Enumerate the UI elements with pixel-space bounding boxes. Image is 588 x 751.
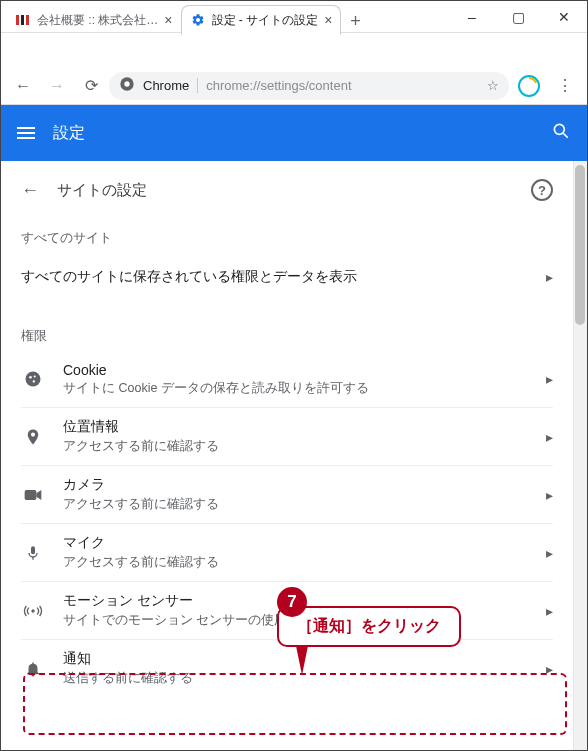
svg-point-11: [33, 380, 35, 382]
permission-row-microphone[interactable]: マイク アクセスする前に確認する ▸: [21, 523, 553, 581]
settings-title: 設定: [53, 123, 85, 144]
new-tab-button[interactable]: +: [341, 7, 369, 35]
annotation-callout-text: ［通知］をクリック: [297, 617, 441, 634]
window-close-button[interactable]: ✕: [541, 1, 587, 33]
annotation-step-number: 7: [277, 587, 307, 617]
svg-line-7: [564, 134, 568, 138]
svg-point-6: [554, 124, 564, 134]
chevron-right-icon: ▸: [546, 429, 553, 445]
svg-rect-0: [16, 15, 19, 25]
nav-reload-button[interactable]: ⟳: [75, 70, 107, 102]
annotation-pointer-icon: [287, 641, 317, 681]
permission-title: マイク: [63, 534, 528, 552]
tab-strip: 会社概要 :: 株式会社… × 設定 - サイトの設定 × +: [1, 1, 369, 35]
extension-icon[interactable]: [515, 72, 543, 100]
chevron-right-icon: ▸: [546, 269, 553, 285]
permission-subtitle: アクセスする前に確認する: [63, 496, 528, 513]
url-scheme: Chrome: [143, 78, 189, 93]
nav-back-button[interactable]: ←: [7, 70, 39, 102]
location-icon: [21, 427, 45, 447]
tab-company-overview[interactable]: 会社概要 :: 株式会社… ×: [7, 5, 181, 35]
window-minimize-button[interactable]: –: [449, 1, 495, 33]
permission-subtitle: アクセスする前に確認する: [63, 554, 528, 571]
browser-menu-button[interactable]: ⋮: [549, 70, 581, 102]
url-path: chrome://settings/content: [197, 78, 351, 93]
chevron-right-icon: ▸: [546, 545, 553, 561]
bookmark-star-icon[interactable]: ☆: [487, 78, 499, 93]
permission-title: 位置情報: [63, 418, 528, 436]
chevron-right-icon: ▸: [546, 661, 553, 677]
nav-forward-button[interactable]: →: [41, 70, 73, 102]
bell-icon: [21, 659, 45, 679]
site-info-icon[interactable]: [119, 76, 135, 95]
chevron-right-icon: ▸: [546, 371, 553, 387]
tab-close-icon[interactable]: ×: [164, 12, 172, 28]
permission-title: カメラ: [63, 476, 528, 494]
svg-point-8: [26, 372, 41, 387]
permission-row-cookie[interactable]: Cookie サイトに Cookie データの保存と読み取りを許可する ▸: [21, 351, 553, 407]
page-back-button[interactable]: ←: [21, 180, 39, 201]
permissions-section-label: 権限: [21, 301, 553, 351]
microphone-icon: [21, 543, 45, 563]
permission-row-camera[interactable]: カメラ アクセスする前に確認する ▸: [21, 465, 553, 523]
search-icon[interactable]: [551, 121, 571, 145]
motion-sensor-icon: [21, 601, 45, 621]
page-title: サイトの設定: [57, 181, 147, 200]
tab-close-icon[interactable]: ×: [324, 12, 332, 28]
permission-subtitle: アクセスする前に確認する: [63, 438, 528, 455]
permission-subtitle: サイトに Cookie データの保存と読み取りを許可する: [63, 380, 528, 397]
menu-icon[interactable]: [17, 127, 35, 139]
scrollbar-track[interactable]: [573, 161, 587, 751]
browser-toolbar: ← → ⟳ Chrome chrome://settings/content ☆…: [1, 67, 587, 105]
tab-title: 設定 - サイトの設定: [212, 12, 319, 29]
chevron-right-icon: ▸: [546, 487, 553, 503]
cookie-icon: [21, 369, 45, 389]
svg-point-9: [29, 376, 32, 379]
permission-title: Cookie: [63, 362, 528, 378]
all-sites-row[interactable]: すべてのサイトに保存されている権限とデータを表示 ▸: [21, 253, 553, 301]
all-sites-row-title: すべてのサイトに保存されている権限とデータを表示: [21, 268, 528, 286]
settings-header: 設定: [1, 105, 587, 161]
svg-point-10: [34, 375, 36, 377]
svg-rect-2: [26, 15, 29, 25]
svg-rect-13: [31, 546, 35, 554]
address-bar[interactable]: Chrome chrome://settings/content ☆: [109, 72, 509, 100]
camera-icon: [21, 488, 45, 502]
permission-row-location[interactable]: 位置情報 アクセスする前に確認する ▸: [21, 407, 553, 465]
tab-title: 会社概要 :: 株式会社…: [37, 12, 158, 29]
annotation-callout: ［通知］をクリック: [277, 606, 461, 647]
svg-rect-12: [25, 490, 37, 500]
window-maximize-button[interactable]: ▢: [495, 1, 541, 33]
tab-favicon-icon: [15, 12, 31, 28]
help-icon[interactable]: ?: [531, 179, 553, 201]
svg-rect-1: [21, 15, 24, 25]
scrollbar-thumb[interactable]: [575, 165, 585, 325]
all-sites-section-label: すべてのサイト: [21, 215, 553, 253]
chevron-right-icon: ▸: [546, 603, 553, 619]
svg-point-15: [31, 609, 34, 612]
settings-gear-icon: [190, 12, 206, 28]
tab-settings[interactable]: 設定 - サイトの設定 ×: [181, 5, 342, 35]
svg-point-4: [124, 81, 129, 86]
